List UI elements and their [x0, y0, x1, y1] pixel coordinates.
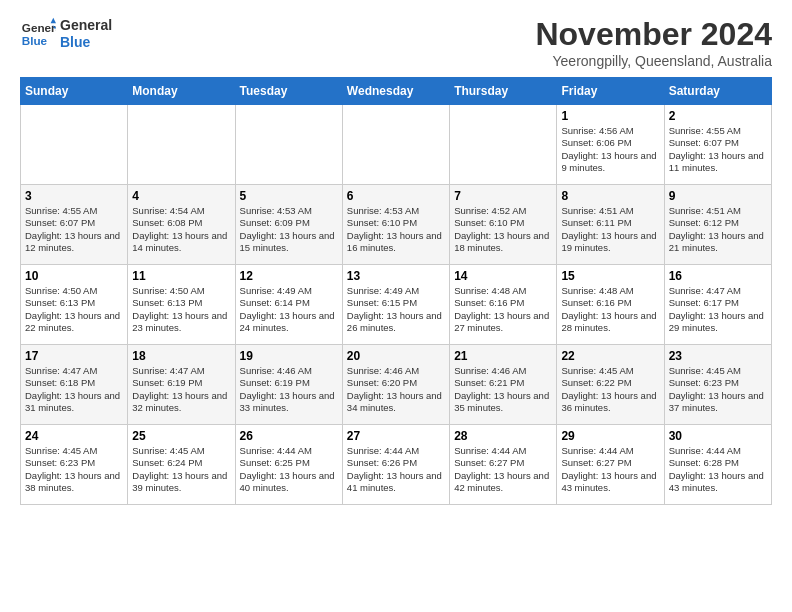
day-info: Sunrise: 4:47 AMSunset: 6:17 PMDaylight:…	[669, 285, 767, 334]
week-row-4: 17Sunrise: 4:47 AMSunset: 6:18 PMDayligh…	[21, 345, 772, 425]
calendar-cell	[21, 105, 128, 185]
day-number: 4	[132, 189, 230, 203]
calendar-cell: 7Sunrise: 4:52 AMSunset: 6:10 PMDaylight…	[450, 185, 557, 265]
day-info: Sunrise: 4:56 AMSunset: 6:06 PMDaylight:…	[561, 125, 659, 174]
day-info: Sunrise: 4:45 AMSunset: 6:22 PMDaylight:…	[561, 365, 659, 414]
calendar-cell: 21Sunrise: 4:46 AMSunset: 6:21 PMDayligh…	[450, 345, 557, 425]
week-row-2: 3Sunrise: 4:55 AMSunset: 6:07 PMDaylight…	[21, 185, 772, 265]
day-info: Sunrise: 4:45 AMSunset: 6:23 PMDaylight:…	[25, 445, 123, 494]
day-info: Sunrise: 4:52 AMSunset: 6:10 PMDaylight:…	[454, 205, 552, 254]
calendar-cell: 27Sunrise: 4:44 AMSunset: 6:26 PMDayligh…	[342, 425, 449, 505]
calendar-cell: 1Sunrise: 4:56 AMSunset: 6:06 PMDaylight…	[557, 105, 664, 185]
day-number: 26	[240, 429, 338, 443]
day-info: Sunrise: 4:49 AMSunset: 6:14 PMDaylight:…	[240, 285, 338, 334]
header-tuesday: Tuesday	[235, 78, 342, 105]
day-info: Sunrise: 4:51 AMSunset: 6:12 PMDaylight:…	[669, 205, 767, 254]
calendar-cell: 4Sunrise: 4:54 AMSunset: 6:08 PMDaylight…	[128, 185, 235, 265]
day-info: Sunrise: 4:47 AMSunset: 6:19 PMDaylight:…	[132, 365, 230, 414]
day-info: Sunrise: 4:50 AMSunset: 6:13 PMDaylight:…	[132, 285, 230, 334]
day-info: Sunrise: 4:54 AMSunset: 6:08 PMDaylight:…	[132, 205, 230, 254]
calendar-cell: 6Sunrise: 4:53 AMSunset: 6:10 PMDaylight…	[342, 185, 449, 265]
title-block: November 2024 Yeerongpilly, Queensland, …	[535, 16, 772, 69]
day-number: 9	[669, 189, 767, 203]
calendar-cell: 9Sunrise: 4:51 AMSunset: 6:12 PMDaylight…	[664, 185, 771, 265]
day-number: 2	[669, 109, 767, 123]
day-number: 11	[132, 269, 230, 283]
calendar-cell: 24Sunrise: 4:45 AMSunset: 6:23 PMDayligh…	[21, 425, 128, 505]
calendar-header: SundayMondayTuesdayWednesdayThursdayFrid…	[21, 78, 772, 105]
day-info: Sunrise: 4:53 AMSunset: 6:10 PMDaylight:…	[347, 205, 445, 254]
logo-blue: Blue	[60, 34, 112, 51]
calendar-cell: 25Sunrise: 4:45 AMSunset: 6:24 PMDayligh…	[128, 425, 235, 505]
day-number: 5	[240, 189, 338, 203]
location-subtitle: Yeerongpilly, Queensland, Australia	[535, 53, 772, 69]
header-monday: Monday	[128, 78, 235, 105]
day-number: 22	[561, 349, 659, 363]
day-info: Sunrise: 4:55 AMSunset: 6:07 PMDaylight:…	[25, 205, 123, 254]
logo-general: General	[60, 17, 112, 34]
calendar-cell: 5Sunrise: 4:53 AMSunset: 6:09 PMDaylight…	[235, 185, 342, 265]
calendar-cell: 28Sunrise: 4:44 AMSunset: 6:27 PMDayligh…	[450, 425, 557, 505]
day-number: 10	[25, 269, 123, 283]
day-info: Sunrise: 4:46 AMSunset: 6:21 PMDaylight:…	[454, 365, 552, 414]
week-row-1: 1Sunrise: 4:56 AMSunset: 6:06 PMDaylight…	[21, 105, 772, 185]
day-number: 19	[240, 349, 338, 363]
calendar-cell: 30Sunrise: 4:44 AMSunset: 6:28 PMDayligh…	[664, 425, 771, 505]
day-info: Sunrise: 4:44 AMSunset: 6:28 PMDaylight:…	[669, 445, 767, 494]
day-number: 3	[25, 189, 123, 203]
calendar-cell: 13Sunrise: 4:49 AMSunset: 6:15 PMDayligh…	[342, 265, 449, 345]
day-number: 7	[454, 189, 552, 203]
calendar-cell: 8Sunrise: 4:51 AMSunset: 6:11 PMDaylight…	[557, 185, 664, 265]
day-number: 25	[132, 429, 230, 443]
header-row: SundayMondayTuesdayWednesdayThursdayFrid…	[21, 78, 772, 105]
day-info: Sunrise: 4:53 AMSunset: 6:09 PMDaylight:…	[240, 205, 338, 254]
logo: General Blue General Blue	[20, 16, 112, 52]
day-info: Sunrise: 4:47 AMSunset: 6:18 PMDaylight:…	[25, 365, 123, 414]
calendar-cell: 18Sunrise: 4:47 AMSunset: 6:19 PMDayligh…	[128, 345, 235, 425]
day-info: Sunrise: 4:48 AMSunset: 6:16 PMDaylight:…	[561, 285, 659, 334]
day-number: 14	[454, 269, 552, 283]
calendar-cell: 17Sunrise: 4:47 AMSunset: 6:18 PMDayligh…	[21, 345, 128, 425]
svg-text:Blue: Blue	[22, 34, 48, 47]
day-info: Sunrise: 4:45 AMSunset: 6:24 PMDaylight:…	[132, 445, 230, 494]
day-number: 16	[669, 269, 767, 283]
calendar-cell: 23Sunrise: 4:45 AMSunset: 6:23 PMDayligh…	[664, 345, 771, 425]
day-number: 23	[669, 349, 767, 363]
calendar-cell: 12Sunrise: 4:49 AMSunset: 6:14 PMDayligh…	[235, 265, 342, 345]
day-info: Sunrise: 4:44 AMSunset: 6:27 PMDaylight:…	[561, 445, 659, 494]
calendar-table: SundayMondayTuesdayWednesdayThursdayFrid…	[20, 77, 772, 505]
calendar-cell: 11Sunrise: 4:50 AMSunset: 6:13 PMDayligh…	[128, 265, 235, 345]
calendar-cell: 10Sunrise: 4:50 AMSunset: 6:13 PMDayligh…	[21, 265, 128, 345]
day-info: Sunrise: 4:45 AMSunset: 6:23 PMDaylight:…	[669, 365, 767, 414]
header-sunday: Sunday	[21, 78, 128, 105]
day-number: 20	[347, 349, 445, 363]
day-number: 13	[347, 269, 445, 283]
day-info: Sunrise: 4:48 AMSunset: 6:16 PMDaylight:…	[454, 285, 552, 334]
calendar-cell: 14Sunrise: 4:48 AMSunset: 6:16 PMDayligh…	[450, 265, 557, 345]
day-info: Sunrise: 4:46 AMSunset: 6:20 PMDaylight:…	[347, 365, 445, 414]
calendar-cell: 16Sunrise: 4:47 AMSunset: 6:17 PMDayligh…	[664, 265, 771, 345]
day-number: 24	[25, 429, 123, 443]
calendar-cell	[128, 105, 235, 185]
day-number: 28	[454, 429, 552, 443]
header-friday: Friday	[557, 78, 664, 105]
calendar-cell: 19Sunrise: 4:46 AMSunset: 6:19 PMDayligh…	[235, 345, 342, 425]
calendar-cell	[450, 105, 557, 185]
day-number: 8	[561, 189, 659, 203]
day-info: Sunrise: 4:50 AMSunset: 6:13 PMDaylight:…	[25, 285, 123, 334]
calendar-cell: 26Sunrise: 4:44 AMSunset: 6:25 PMDayligh…	[235, 425, 342, 505]
calendar-cell	[342, 105, 449, 185]
day-info: Sunrise: 4:49 AMSunset: 6:15 PMDaylight:…	[347, 285, 445, 334]
calendar-cell: 29Sunrise: 4:44 AMSunset: 6:27 PMDayligh…	[557, 425, 664, 505]
day-number: 1	[561, 109, 659, 123]
header-wednesday: Wednesday	[342, 78, 449, 105]
calendar-body: 1Sunrise: 4:56 AMSunset: 6:06 PMDaylight…	[21, 105, 772, 505]
calendar-cell	[235, 105, 342, 185]
calendar-cell: 20Sunrise: 4:46 AMSunset: 6:20 PMDayligh…	[342, 345, 449, 425]
day-info: Sunrise: 4:44 AMSunset: 6:25 PMDaylight:…	[240, 445, 338, 494]
day-info: Sunrise: 4:44 AMSunset: 6:27 PMDaylight:…	[454, 445, 552, 494]
day-number: 21	[454, 349, 552, 363]
day-number: 12	[240, 269, 338, 283]
day-number: 6	[347, 189, 445, 203]
day-number: 17	[25, 349, 123, 363]
